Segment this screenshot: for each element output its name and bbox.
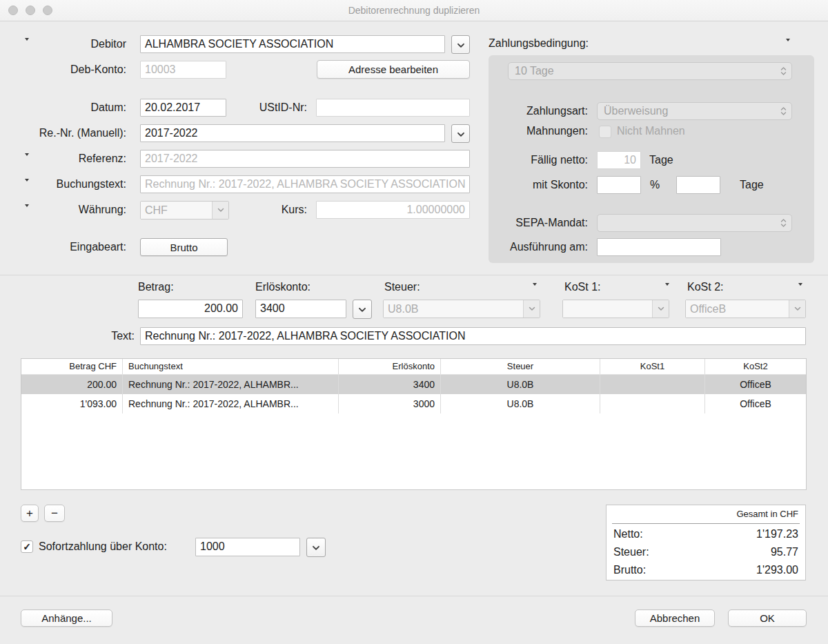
deb-konto-field[interactable]: 10003 — [140, 61, 226, 79]
titlebar: Debitorenrechnung duplizieren — [0, 0, 828, 21]
buchungstext-field[interactable]: Rechnung Nr.: 2017-2022, ALHAMBRA SOCIET… — [140, 175, 470, 193]
adresse-bearbeiten-button[interactable]: Adresse bearbeiten — [317, 60, 470, 79]
chevron-down-icon[interactable] — [789, 300, 805, 318]
nicht-mahnen-checkbox-label: Nicht Mahnen — [617, 124, 685, 138]
field-option-tick-kost2 — [798, 283, 802, 286]
datum-label: Datum: — [14, 99, 126, 117]
row-betrag: 1'093.00 — [21, 394, 123, 413]
text-field[interactable]: Rechnung Nr.: 2017-2022, ALHAMBRA SOCIET… — [140, 327, 806, 345]
ok-button[interactable]: OK — [728, 609, 807, 627]
zahlungsart-select-value: Überweisung — [604, 105, 668, 117]
sepa-mandat-select[interactable] — [597, 214, 792, 232]
erloeskonto-field[interactable]: 3400 — [255, 300, 346, 318]
row-steuer: U8.0B — [441, 375, 600, 394]
erloeskonto-label: Erlöskonto: — [255, 280, 310, 294]
totals-heading: Gesamt in CHF — [607, 509, 805, 519]
buchungstext-label: Buchungstext: — [14, 175, 126, 193]
table-header-buchungstext[interactable]: Buchungstext — [123, 359, 339, 374]
steuer-combo[interactable]: U8.0B — [383, 300, 540, 318]
row-kost1 — [600, 394, 705, 413]
dialog-debitorenrechnung-duplizieren: Debitorenrechnung duplizieren Debitor AL… — [0, 0, 828, 644]
zahlungsart-label: Zahlungsart: — [491, 102, 588, 120]
debitor-field[interactable]: ALHAMBRA SOCIETY ASSOCIATION — [140, 35, 445, 53]
waehrung-combo-value: CHF — [141, 202, 212, 219]
cancel-button[interactable]: Abbrechen — [635, 609, 715, 627]
skonto-tage-field[interactable] — [676, 176, 720, 194]
ausfuehrung-am-field[interactable] — [597, 238, 721, 256]
netto-label: Netto: — [613, 527, 643, 542]
zahlungsbedingung-select[interactable]: 10 Tage — [508, 62, 792, 80]
chevron-down-icon[interactable] — [212, 202, 228, 219]
positions-table[interactable]: Betrag CHF Buchungstext Erlöskonto Steue… — [21, 358, 807, 490]
netto-value: 1'197.23 — [756, 527, 798, 542]
sofortzahlung-konto-field[interactable]: 1000 — [195, 538, 300, 556]
percent-sign-label: % — [650, 176, 660, 194]
footer-divider — [0, 596, 828, 596]
chevron-up-down-icon — [780, 218, 787, 228]
ausfuehrung-am-label: Ausführung am: — [491, 238, 588, 256]
row-buchungstext: Rechnung Nr.: 2017-2022, ALHAMBR... — [123, 394, 339, 413]
table-header-kost2[interactable]: KoSt2 — [705, 359, 806, 374]
chevron-up-down-icon — [780, 66, 787, 76]
faellig-netto-field[interactable]: 10 — [597, 151, 641, 169]
faellig-netto-label: Fällig netto: — [491, 151, 588, 169]
skonto-percent-field[interactable] — [597, 176, 641, 194]
sofortzahlung-label: Sofortzahlung über Konto: — [39, 538, 167, 556]
referenz-field[interactable]: 2017-2022 — [140, 150, 470, 168]
chevron-down-icon[interactable] — [652, 300, 669, 318]
kost2-combo-value: OfficeB — [686, 300, 789, 318]
table-header-erloeskonto[interactable]: Erlöskonto — [339, 359, 441, 374]
kost1-combo[interactable] — [562, 300, 669, 318]
chevron-down-icon — [457, 39, 465, 51]
kost2-combo[interactable]: OfficeB — [685, 300, 806, 318]
row-kost2: OfficeB — [705, 375, 806, 394]
totals-box: Gesamt in CHF Netto: 1'197.23 Steuer: 95… — [606, 505, 806, 580]
zahlungsart-select[interactable]: Überweisung — [597, 102, 792, 120]
row-kost1 — [600, 375, 705, 394]
sofortzahlung-checkbox[interactable]: ✓ — [21, 540, 33, 553]
erloeskonto-dropdown-button[interactable] — [353, 300, 372, 319]
zahlungsbedingung-heading: Zahlungsbedingung: — [489, 35, 589, 52]
field-option-tick-kost1 — [665, 283, 669, 286]
kost1-label: KoSt 1: — [564, 280, 600, 294]
re-nr-dropdown-button[interactable] — [451, 124, 470, 143]
steuer-total-value: 95.77 — [771, 545, 798, 560]
table-row[interactable]: 200.00 Rechnung Nr.: 2017-2022, ALHAMBR.… — [21, 375, 806, 394]
row-erloeskonto: 3400 — [339, 375, 441, 394]
brutto-value: 1'293.00 — [756, 563, 798, 578]
chevron-down-icon — [457, 128, 465, 140]
waehrung-label: Währung: — [14, 201, 126, 219]
zahlungsbedingung-panel: 10 Tage Zahlungsart: Überweisung Mahnung… — [489, 55, 814, 263]
nicht-mahnen-checkbox[interactable] — [599, 126, 611, 138]
steuer-combo-value: U8.0B — [384, 300, 523, 318]
row-buchungstext: Rechnung Nr.: 2017-2022, ALHAMBR... — [123, 375, 339, 394]
datum-field[interactable]: 20.02.2017 — [140, 99, 226, 117]
re-nr-field[interactable]: 2017-2022 — [140, 124, 445, 142]
chevron-down-icon — [358, 303, 366, 315]
deb-konto-label: Deb-Konto: — [14, 61, 126, 79]
steuer-total-label: Steuer: — [613, 545, 649, 560]
table-header-betrag[interactable]: Betrag CHF — [21, 359, 123, 374]
field-option-tick-zahlungsbedingung — [786, 39, 790, 41]
ustid-field[interactable] — [316, 99, 470, 117]
kost2-label: KoSt 2: — [687, 280, 723, 294]
betrag-field[interactable]: 200.00 — [138, 300, 243, 318]
kurs-label: Kurs: — [248, 201, 307, 219]
add-row-button[interactable]: + — [21, 505, 39, 522]
table-header-row: Betrag CHF Buchungstext Erlöskonto Steue… — [21, 359, 806, 375]
eingabeart-brutto-button[interactable]: Brutto — [140, 238, 228, 256]
table-header-steuer[interactable]: Steuer — [441, 359, 600, 374]
table-header-kost1[interactable]: KoSt1 — [600, 359, 705, 374]
totals-divider — [612, 523, 800, 524]
sofortzahlung-konto-dropdown-button[interactable] — [306, 538, 326, 557]
kurs-field[interactable]: 1.00000000 — [316, 201, 470, 219]
debitor-dropdown-button[interactable] — [451, 35, 470, 54]
remove-row-button[interactable]: − — [44, 505, 65, 522]
table-row[interactable]: 1'093.00 Rechnung Nr.: 2017-2022, ALHAMB… — [21, 394, 806, 413]
waehrung-combo[interactable]: CHF — [140, 201, 229, 219]
re-nr-label: Re.-Nr. (Manuell): — [14, 124, 126, 142]
row-steuer: U8.0B — [441, 394, 600, 413]
chevron-down-icon[interactable] — [523, 300, 540, 318]
anhaenge-button[interactable]: Anhänge... — [21, 609, 112, 627]
kost1-combo-value — [563, 300, 652, 318]
